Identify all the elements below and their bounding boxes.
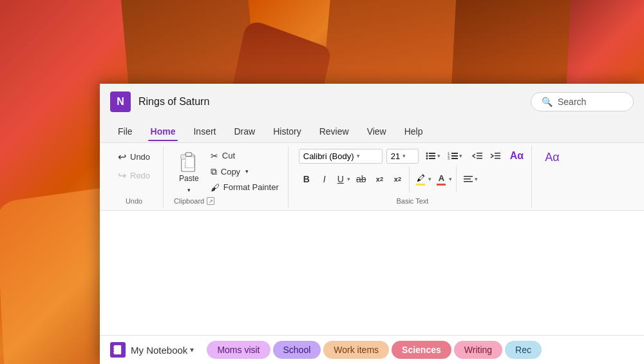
font-color-area: A ▾ <box>434 171 452 187</box>
svg-rect-8 <box>429 153 435 154</box>
paste-icon <box>179 151 198 173</box>
redo-button[interactable]: ↪ Redo <box>113 167 155 184</box>
font-row-2: B I U ▾ ab x2 x2 🖍 <box>299 166 526 192</box>
highlight-color-bar <box>416 184 425 186</box>
onenote-logo: N <box>110 91 131 112</box>
svg-text:3.: 3. <box>448 157 450 160</box>
copy-dropdown-arrow[interactable]: ▾ <box>245 168 249 175</box>
svg-rect-6 <box>186 157 194 168</box>
highlight-icon: 🖍 <box>417 173 425 183</box>
underline-text: U <box>337 174 344 184</box>
menu-draw[interactable]: Draw <box>226 122 263 140</box>
subscript-button[interactable]: x2 <box>372 173 387 185</box>
notebook-chevron-icon: ▾ <box>190 345 194 354</box>
list-buttons: ▾ 1. 2. 3. ▾ <box>422 148 465 164</box>
search-label: Search <box>558 97 586 107</box>
section-tab-work[interactable]: Work items <box>323 341 389 359</box>
undo-group: ↩ Undo ↪ Redo Undo <box>105 146 164 207</box>
app-title: Rings of Saturn <box>138 96 523 108</box>
menu-view[interactable]: View <box>359 122 394 140</box>
redo-label: Redo <box>130 171 150 180</box>
font-color-bar <box>437 184 446 186</box>
font-family-dropdown-arrow: ▾ <box>357 153 360 159</box>
copy-label: Copy <box>221 167 240 177</box>
numbered-list-dropdown[interactable]: ▾ <box>459 153 462 159</box>
strikethrough-button[interactable]: ab <box>353 172 370 186</box>
highlight-dropdown[interactable]: ▾ <box>428 176 431 182</box>
indent-buttons <box>469 148 504 164</box>
font-color-button[interactable]: A <box>434 171 448 187</box>
menu-home[interactable]: Home <box>143 122 184 140</box>
paste-button[interactable]: Paste <box>174 148 204 186</box>
cut-label: Cut <box>222 151 235 160</box>
font-size-selector[interactable]: 21 ▾ <box>386 149 419 164</box>
increase-indent-button[interactable] <box>487 148 504 164</box>
section-tab-writing[interactable]: Writing <box>454 341 502 359</box>
align-button[interactable]: ▾ <box>460 172 480 186</box>
section-tab-sciences[interactable]: Sciences <box>392 341 451 359</box>
search-icon: 🔍 <box>542 97 553 107</box>
svg-rect-26 <box>464 178 471 180</box>
ribbon: ↩ Undo ↪ Redo Undo <box>100 143 644 211</box>
notebook-bar: My Notebook ▾ Moms visit School Work ite… <box>100 335 644 364</box>
copy-button[interactable]: ⧉ Copy ▾ <box>207 164 283 179</box>
menu-history[interactable]: History <box>265 122 309 140</box>
svg-point-7 <box>426 153 428 155</box>
menu-help[interactable]: Help <box>397 122 431 140</box>
section-tab-rec[interactable]: Rec <box>505 341 542 359</box>
font-size-dropdown-arrow: ▾ <box>402 153 406 159</box>
underline-button[interactable]: U <box>335 172 346 186</box>
section-tab-moms[interactable]: Moms visit <box>207 341 270 359</box>
styles-icon: Aα <box>510 150 524 162</box>
clipboard-group: Paste ▾ ✂ Cut ⧉ Copy ▾ � <box>169 146 289 207</box>
menu-file[interactable]: File <box>110 122 140 140</box>
styles-button[interactable]: Aα <box>507 148 526 164</box>
menu-review[interactable]: Review <box>312 122 357 140</box>
font-color-icon: A <box>439 173 444 183</box>
cut-button[interactable]: ✂ Cut <box>207 149 283 163</box>
undo-label: Undo <box>130 152 150 162</box>
section-tab-school[interactable]: School <box>273 341 321 359</box>
font-row-1: Calibri (Body) ▾ 21 ▾ <box>299 148 526 164</box>
undo-button[interactable]: ↩ Undo <box>113 148 155 166</box>
bullet-list-button[interactable]: ▾ <box>422 148 443 164</box>
superscript-button[interactable]: x2 <box>390 173 405 185</box>
highlight-button[interactable]: 🖍 <box>413 171 428 187</box>
font-color-dropdown[interactable]: ▾ <box>449 176 452 182</box>
svg-rect-14 <box>451 153 458 154</box>
clipboard-expand-button[interactable]: ↗ <box>207 197 214 205</box>
paste-area: Paste ▾ <box>174 148 204 195</box>
format-painter-label: Format Painter <box>223 182 279 192</box>
content-area[interactable] <box>100 211 644 335</box>
underline-dropdown[interactable]: ▾ <box>347 176 350 182</box>
format-painter-button[interactable]: 🖌 Format Painter <box>207 180 283 195</box>
styles-overflow-icon[interactable]: Aα <box>542 148 564 167</box>
notebook-title-text: My Notebook <box>131 345 187 356</box>
svg-rect-30 <box>113 349 115 350</box>
numbered-list-button[interactable]: 1. 2. 3. ▾ <box>444 148 465 164</box>
menu-insert[interactable]: Insert <box>185 122 223 140</box>
font-name-text: Calibri (Body) <box>303 151 354 161</box>
notebook-book-icon <box>113 345 123 355</box>
font-family-selector[interactable]: Calibri (Body) ▾ <box>299 149 383 164</box>
svg-rect-16 <box>451 155 458 157</box>
bullet-list-icon <box>425 150 437 162</box>
bold-button[interactable]: B <box>299 172 314 186</box>
italic-button[interactable]: I <box>317 172 332 186</box>
format-painter-icon: 🖌 <box>211 182 220 193</box>
align-dropdown[interactable]: ▾ <box>475 176 478 182</box>
styles-overflow-group: Aα <box>537 146 569 207</box>
format-divider-2 <box>456 166 457 192</box>
bullet-list-dropdown[interactable]: ▾ <box>437 153 440 159</box>
svg-rect-10 <box>429 155 435 157</box>
svg-rect-22 <box>495 153 500 154</box>
notebook-title-button[interactable]: My Notebook ▾ <box>131 345 202 356</box>
paste-dropdown-arrow[interactable]: ▾ <box>185 186 193 195</box>
clipboard-inner: Paste ▾ ✂ Cut ⧉ Copy ▾ � <box>174 148 283 195</box>
paste-label: Paste <box>179 174 199 183</box>
svg-point-11 <box>426 158 428 160</box>
svg-rect-2 <box>186 153 192 157</box>
font-group: Calibri (Body) ▾ 21 ▾ <box>294 146 532 207</box>
search-box[interactable]: 🔍 Search <box>531 92 634 111</box>
decrease-indent-button[interactable] <box>469 148 486 164</box>
